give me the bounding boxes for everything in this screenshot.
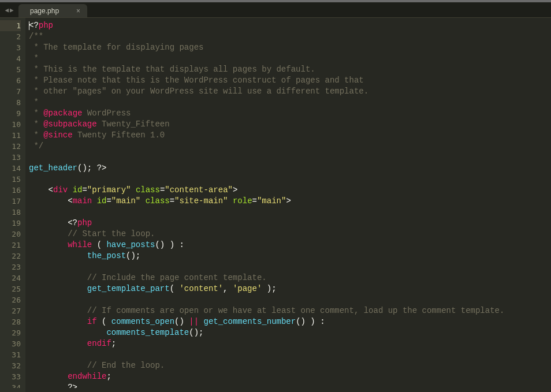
code-line[interactable]: comments_template(); bbox=[29, 327, 551, 338]
line-number[interactable]: 31 bbox=[0, 349, 21, 360]
close-icon[interactable]: × bbox=[76, 7, 80, 15]
code-line[interactable]: * This is the template that displays all… bbox=[29, 64, 551, 75]
line-number[interactable]: 28 bbox=[0, 316, 21, 327]
token-cm: * This is the template that displays all… bbox=[29, 65, 315, 74]
token-plain bbox=[29, 229, 68, 238]
line-number[interactable]: 6 bbox=[0, 75, 21, 86]
code-line[interactable]: // End the loop. bbox=[29, 360, 551, 371]
nav-forward-icon[interactable]: ▶ bbox=[10, 6, 14, 14]
line-number[interactable]: 27 bbox=[0, 305, 21, 316]
code-line[interactable]: get_template_part( 'content', 'page' ); bbox=[29, 283, 551, 294]
line-number[interactable]: 29 bbox=[0, 327, 21, 338]
token-plain: () bbox=[174, 317, 189, 326]
code-line[interactable]: // Include the page content template. bbox=[29, 272, 551, 283]
line-number[interactable]: 33 bbox=[0, 371, 21, 382]
nav-back-icon[interactable]: ◀ bbox=[5, 6, 9, 14]
line-number[interactable]: 4 bbox=[0, 53, 21, 64]
token-str: "site-main" bbox=[174, 196, 228, 206]
line-number[interactable]: 21 bbox=[0, 240, 21, 251]
token-plain: = bbox=[82, 185, 87, 195]
code-line[interactable]: // Start the loop. bbox=[29, 229, 551, 240]
code-line[interactable]: */ bbox=[29, 141, 551, 152]
code-line[interactable]: while ( have_posts() ) : bbox=[29, 240, 551, 251]
line-number[interactable]: 8 bbox=[0, 97, 21, 108]
token-plain bbox=[29, 361, 87, 370]
line-number[interactable]: 15 bbox=[0, 174, 21, 185]
line-number[interactable]: 14 bbox=[0, 163, 21, 174]
code-line[interactable] bbox=[29, 152, 551, 163]
token-cm: // Start the loop. bbox=[68, 229, 155, 238]
code-line[interactable]: <main id="main" class="site-main" role="… bbox=[29, 196, 551, 207]
code-line[interactable] bbox=[29, 174, 551, 185]
tab-filename: page.php bbox=[30, 7, 59, 15]
token-fn: comments_template bbox=[106, 328, 189, 337]
code-line[interactable]: if ( comments_open() || get_comments_num… bbox=[29, 316, 551, 327]
line-number[interactable]: 18 bbox=[0, 207, 21, 218]
token-str: "primary" bbox=[87, 185, 131, 195]
line-number[interactable]: 9 bbox=[0, 108, 21, 119]
nav-arrows[interactable]: ◀ ▶ bbox=[0, 2, 18, 17]
token-attr: role bbox=[233, 196, 252, 206]
code-line[interactable]: get_header(); ?> bbox=[29, 163, 551, 174]
code-line[interactable]: * @since Twenty Fifteen 1.0 bbox=[29, 130, 551, 141]
line-number[interactable]: 30 bbox=[0, 338, 21, 349]
code-line[interactable]: ?> bbox=[29, 382, 551, 388]
line-number[interactable]: 12 bbox=[0, 141, 21, 152]
line-number[interactable]: 17 bbox=[0, 196, 21, 207]
code-line[interactable]: * The template for displaying pages bbox=[29, 42, 551, 53]
token-plain: ; bbox=[106, 372, 111, 381]
line-number[interactable]: 2 bbox=[0, 31, 21, 42]
token-plain bbox=[29, 328, 106, 337]
code-line[interactable]: <?php bbox=[29, 218, 551, 229]
token-cm: // End the loop. bbox=[87, 361, 165, 370]
line-number[interactable]: 22 bbox=[0, 251, 21, 262]
token-plain bbox=[199, 317, 203, 326]
line-number[interactable]: 26 bbox=[0, 294, 21, 305]
code-line[interactable]: /** bbox=[29, 31, 551, 42]
gutter[interactable]: 1234567891011121314151617181920212223242… bbox=[0, 18, 25, 392]
code-line[interactable]: * @subpackage Twenty_Fifteen bbox=[29, 119, 551, 130]
line-number[interactable]: 1 bbox=[0, 20, 21, 31]
token-plain: = bbox=[252, 196, 257, 206]
code-line[interactable]: * bbox=[29, 97, 551, 108]
line-number[interactable]: 32 bbox=[0, 360, 21, 371]
token-str: "main" bbox=[111, 196, 140, 206]
line-number[interactable]: 13 bbox=[0, 152, 21, 163]
line-number[interactable]: 19 bbox=[0, 218, 21, 229]
line-number[interactable]: 34 bbox=[0, 382, 21, 388]
code-line[interactable] bbox=[29, 262, 551, 272]
token-plain: = bbox=[170, 196, 174, 206]
code-line[interactable]: * bbox=[29, 53, 551, 64]
token-cm: Twenty_Fifteen bbox=[97, 120, 170, 129]
line-number[interactable]: 23 bbox=[0, 262, 21, 272]
code-line[interactable] bbox=[29, 349, 551, 360]
code-line[interactable]: * Please note that this is the WordPress… bbox=[29, 75, 551, 86]
code-line[interactable] bbox=[29, 294, 551, 305]
line-number[interactable]: 20 bbox=[0, 229, 21, 240]
code-line[interactable]: // If comments are open or we have at le… bbox=[29, 305, 551, 316]
code-line[interactable]: <?php bbox=[29, 20, 551, 31]
line-number[interactable]: 24 bbox=[0, 272, 21, 283]
line-number[interactable]: 25 bbox=[0, 283, 21, 294]
code-line[interactable]: endif; bbox=[29, 338, 551, 349]
code-line[interactable]: * @package WordPress bbox=[29, 108, 551, 119]
line-number[interactable]: 5 bbox=[0, 64, 21, 75]
code-line[interactable]: * other "pages" on your WordPress site w… bbox=[29, 86, 551, 97]
code-line[interactable]: <div id="primary" class="content-area"> bbox=[29, 185, 551, 196]
line-number[interactable]: 3 bbox=[0, 42, 21, 53]
tab-page-php[interactable]: page.php × bbox=[18, 4, 87, 17]
token-cm: * bbox=[29, 120, 43, 129]
token-fn: comments_open bbox=[111, 317, 174, 326]
token-ang: < bbox=[49, 185, 53, 195]
code-line[interactable] bbox=[29, 207, 551, 218]
line-number[interactable]: 7 bbox=[0, 86, 21, 97]
token-cm: // Include the page content template. bbox=[87, 273, 267, 282]
code-line[interactable]: the_post(); bbox=[29, 251, 551, 262]
token-plain bbox=[29, 284, 87, 293]
line-number[interactable]: 11 bbox=[0, 130, 21, 141]
line-number[interactable]: 16 bbox=[0, 185, 21, 196]
line-number[interactable]: 10 bbox=[0, 119, 21, 130]
code-area[interactable]: <?php/** * The template for displaying p… bbox=[25, 18, 551, 392]
code-line[interactable]: endwhile; bbox=[29, 371, 551, 382]
token-fn: have_posts bbox=[106, 240, 155, 249]
